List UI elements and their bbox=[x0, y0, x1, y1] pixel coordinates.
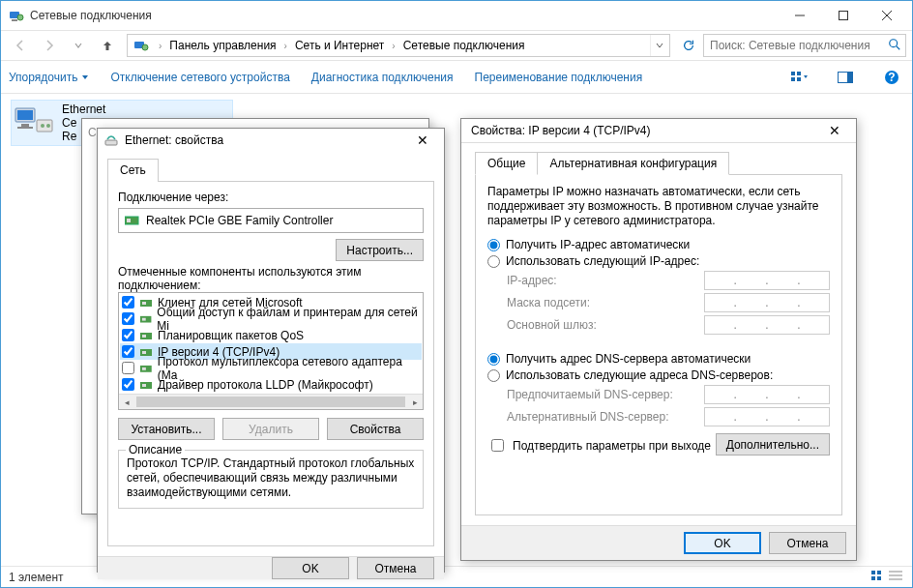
minimize-button[interactable] bbox=[778, 2, 821, 29]
forward-button[interactable] bbox=[36, 33, 63, 58]
breadcrumb-item[interactable]: Панель управления bbox=[167, 37, 278, 54]
install-button[interactable]: Установить... bbox=[118, 418, 215, 440]
help-button[interactable]: ? bbox=[879, 65, 904, 90]
components-list[interactable]: Клиент для сетей MicrosoftОбщий доступ к… bbox=[118, 292, 424, 410]
scroll-right-button[interactable]: ▸ bbox=[407, 395, 423, 409]
component-label: Драйвер протокола LLDP (Майкрософт) bbox=[158, 378, 373, 392]
rename-button[interactable]: Переименование подключения bbox=[475, 71, 643, 84]
components-label: Отмеченные компоненты используются этим … bbox=[118, 265, 424, 292]
component-checkbox[interactable] bbox=[122, 345, 134, 358]
component-checkbox[interactable] bbox=[122, 296, 134, 309]
svg-point-8 bbox=[142, 44, 148, 50]
chevron-right-icon: › bbox=[159, 41, 162, 51]
svg-rect-22 bbox=[17, 127, 33, 129]
cancel-button[interactable]: Отмена bbox=[357, 557, 434, 579]
search-box[interactable] bbox=[703, 34, 906, 57]
component-label: Планировщик пакетов QoS bbox=[158, 329, 304, 342]
svg-rect-39 bbox=[142, 317, 146, 320]
component-checkbox[interactable] bbox=[122, 362, 134, 374]
svg-rect-13 bbox=[791, 77, 795, 81]
svg-point-9 bbox=[890, 39, 898, 46]
breadcrumb-icon bbox=[133, 38, 149, 53]
uninstall-button: Удалить bbox=[222, 418, 319, 440]
search-input[interactable] bbox=[708, 38, 888, 53]
up-button[interactable] bbox=[94, 33, 121, 58]
svg-rect-35 bbox=[127, 219, 131, 222]
dns2-field: ... bbox=[704, 407, 830, 426]
description-group: Описание Протокол TCP/IP. Стандартный пр… bbox=[118, 450, 424, 509]
tab-network[interactable]: Сеть bbox=[107, 159, 159, 181]
svg-point-24 bbox=[41, 124, 44, 128]
svg-rect-37 bbox=[142, 302, 146, 305]
svg-rect-28 bbox=[871, 576, 875, 580]
svg-rect-16 bbox=[847, 72, 853, 82]
breadcrumb-item[interactable]: Сетевые подключения bbox=[401, 37, 527, 54]
ip-label: IP-адрес: bbox=[507, 274, 704, 287]
close-button[interactable] bbox=[865, 2, 908, 29]
breadcrumb[interactable]: › Панель управления › Сеть и Интернет › … bbox=[127, 34, 670, 57]
navigation-bar: › Панель управления › Сеть и Интернет › … bbox=[1, 30, 912, 61]
properties-dialog-title: Ethernet: свойства bbox=[125, 133, 407, 147]
svg-rect-43 bbox=[142, 351, 146, 354]
adapter-box[interactable]: Realtek PCIe GBE Family Controller bbox=[118, 208, 424, 233]
radio-dns-manual-label: Использовать следующие адреса DNS-сервер… bbox=[506, 368, 773, 382]
properties-button[interactable]: Свойства bbox=[327, 418, 424, 440]
component-row[interactable]: Протокол мультиплексора сетевого адаптер… bbox=[120, 360, 422, 376]
svg-rect-4 bbox=[839, 12, 847, 20]
view-mode-icons[interactable] bbox=[869, 569, 904, 585]
search-icon bbox=[888, 38, 901, 54]
svg-rect-1 bbox=[12, 19, 17, 21]
description-text: Протокол TCP/IP. Стандартный протокол гл… bbox=[127, 456, 415, 500]
svg-rect-11 bbox=[791, 72, 795, 75]
component-icon bbox=[140, 313, 153, 325]
disable-device-button[interactable]: Отключение сетевого устройства bbox=[110, 71, 289, 84]
tab-alternative[interactable]: Альтернативная конфигурация bbox=[537, 152, 729, 175]
svg-rect-14 bbox=[797, 77, 801, 81]
radio-dns-auto[interactable] bbox=[487, 353, 500, 366]
horizontal-scrollbar[interactable]: ◂ ▸ bbox=[119, 394, 423, 409]
ok-button[interactable]: OK bbox=[684, 532, 761, 554]
mask-label: Маска подсети: bbox=[507, 296, 704, 309]
component-checkbox[interactable] bbox=[122, 312, 134, 325]
history-dropdown[interactable] bbox=[65, 33, 92, 58]
close-icon[interactable]: ✕ bbox=[819, 119, 850, 142]
confirm-checkbox[interactable] bbox=[491, 439, 504, 452]
component-checkbox[interactable] bbox=[122, 378, 134, 391]
maximize-button[interactable] bbox=[821, 2, 865, 29]
configure-button[interactable]: Настроить... bbox=[336, 239, 424, 261]
radio-ip-manual[interactable] bbox=[487, 255, 500, 268]
breadcrumb-dropdown[interactable] bbox=[650, 35, 667, 56]
preview-pane-button[interactable] bbox=[833, 65, 858, 90]
adapter-name: Realtek PCIe GBE Family Controller bbox=[146, 214, 333, 227]
refresh-button[interactable] bbox=[676, 34, 701, 57]
scrollbar-thumb[interactable] bbox=[136, 397, 405, 407]
component-icon bbox=[140, 330, 154, 341]
svg-rect-27 bbox=[877, 571, 881, 574]
organize-menu[interactable]: Упорядочить bbox=[9, 71, 89, 84]
breadcrumb-item[interactable]: Сеть и Интернет bbox=[293, 37, 386, 54]
svg-rect-21 bbox=[21, 124, 29, 127]
ipv4-properties-dialog: Свойства: IP версии 4 (TCP/IPv4) ✕ Общие… bbox=[460, 118, 857, 561]
ipv4-dialog-title: Свойства: IP версии 4 (TCP/IPv4) bbox=[471, 124, 819, 137]
titlebar: Сетевые подключения bbox=[1, 1, 912, 30]
svg-rect-26 bbox=[871, 571, 875, 574]
radio-ip-auto[interactable] bbox=[487, 239, 500, 251]
component-icon bbox=[140, 379, 154, 391]
diagnose-button[interactable]: Диагностика подключения bbox=[311, 71, 454, 84]
component-icon bbox=[140, 297, 154, 309]
advanced-button[interactable]: Дополнительно... bbox=[716, 433, 830, 456]
component-checkbox[interactable] bbox=[122, 329, 134, 341]
cancel-button[interactable]: Отмена bbox=[769, 532, 846, 554]
dns1-field: ... bbox=[704, 385, 830, 404]
view-options-button[interactable] bbox=[786, 65, 811, 90]
svg-rect-12 bbox=[797, 72, 801, 75]
svg-point-25 bbox=[46, 124, 50, 128]
tab-general[interactable]: Общие bbox=[475, 152, 538, 175]
scroll-left-button[interactable]: ◂ bbox=[119, 395, 134, 409]
svg-rect-45 bbox=[142, 367, 146, 369]
component-row[interactable]: Общий доступ к файлам и принтерам для се… bbox=[120, 310, 422, 327]
radio-dns-manual[interactable] bbox=[487, 369, 500, 382]
close-icon[interactable]: ✕ bbox=[407, 129, 438, 152]
back-button[interactable] bbox=[7, 33, 34, 58]
ok-button[interactable]: OK bbox=[272, 557, 349, 579]
